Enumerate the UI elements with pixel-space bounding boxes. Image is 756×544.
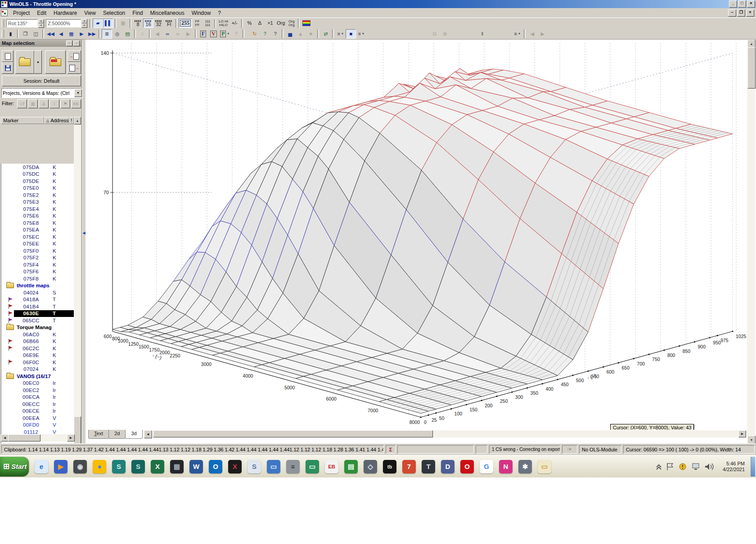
- outlook-icon[interactable]: O: [209, 460, 222, 473]
- new-project-button[interactable]: [2, 50, 14, 62]
- documents-folder-icon[interactable]: ▭: [538, 460, 551, 473]
- start-button[interactable]: ⊞ Start: [0, 457, 29, 477]
- window-split-button[interactable]: ◫: [31, 29, 41, 39]
- sigma-icon[interactable]: Σ: [386, 445, 396, 454]
- nav-prev-button[interactable]: ◀: [56, 29, 66, 39]
- tile-horizontal-button[interactable]: ⊟: [429, 29, 440, 39]
- open-project-button[interactable]: [15, 50, 34, 74]
- map-row[interactable]: 075F8K: [1, 275, 74, 282]
- map-row[interactable]: 075E8K: [1, 219, 74, 227]
- help-button[interactable]: ?: [260, 29, 270, 39]
- map-row[interactable]: 075E3K: [1, 199, 74, 206]
- bits-32-button[interactable]: ▮▮▮▮32: [153, 18, 164, 28]
- original-compare-button[interactable]: OrgOrg: [286, 18, 297, 28]
- signed-toggle-button[interactable]: +/-: [230, 18, 240, 28]
- context-help-button[interactable]: ?: [270, 29, 280, 39]
- zoom-value[interactable]: Z:50000%: [46, 19, 81, 27]
- map-folder-row[interactable]: throttle maps: [1, 282, 74, 290]
- session-button[interactable]: Session: Default: [2, 76, 81, 86]
- eb-tool-icon[interactable]: EB: [325, 460, 338, 473]
- panel-title-bar[interactable]: Map selection ▫ ▫: [0, 40, 81, 47]
- menu-hardware[interactable]: Hardware: [50, 9, 81, 18]
- row-options-button[interactable]: ≡▼: [512, 29, 522, 39]
- connections-button[interactable]: ∴: [137, 29, 148, 39]
- map-row[interactable]: 065CCT: [1, 317, 74, 324]
- chart-hscroll-thumb[interactable]: [153, 430, 433, 437]
- chart-vscrollbar[interactable]: ▲ ▼: [747, 40, 755, 443]
- history-forward-button[interactable]: ▶: [537, 29, 548, 39]
- map-row[interactable]: 075F4K: [1, 261, 74, 268]
- n-app-icon[interactable]: N: [499, 460, 513, 473]
- selection-color-button[interactable]: ■: [346, 29, 356, 39]
- map-3d-view[interactable]: 1407060080010001250150017502000225030004…: [86, 40, 747, 430]
- window-new-button[interactable]: ❐: [20, 29, 31, 39]
- import-file-button[interactable]: →: [68, 50, 81, 62]
- map-row[interactable]: 075F2K: [1, 254, 74, 262]
- map-row[interactable]: 06E9EK: [1, 352, 74, 359]
- tab-scroll-left-icon[interactable]: ◀: [144, 430, 152, 438]
- map-row[interactable]: 07024K: [1, 366, 74, 373]
- byte-order-button[interactable]: LO HIHILO: [217, 18, 230, 28]
- camera-recorder-icon[interactable]: ◉: [73, 460, 87, 473]
- silver-s-app-icon[interactable]: S: [248, 460, 261, 473]
- tab-2d[interactable]: 2d: [108, 430, 126, 439]
- map-folder-row[interactable]: VANOS (16/17: [1, 373, 74, 380]
- map-row[interactable]: 0418AT: [1, 296, 74, 303]
- column-header-address[interactable]: △Address: [44, 117, 69, 124]
- map-row[interactable]: 00EEAV: [1, 415, 74, 422]
- chip-tool-icon[interactable]: ▤: [344, 460, 358, 473]
- chart-scroll-up-icon[interactable]: ▲: [747, 40, 756, 48]
- opera-icon[interactable]: O: [460, 460, 474, 473]
- script-window-button[interactable]: ▤: [122, 29, 133, 39]
- x-editor-icon[interactable]: X: [228, 460, 242, 473]
- rotation-down-icon[interactable]: ▼: [38, 23, 44, 28]
- nav-last-button[interactable]: ▶▶: [87, 29, 97, 39]
- toolbar-grip-2[interactable]: [1, 30, 4, 38]
- show-values-button[interactable]: V: [208, 29, 219, 39]
- map-row[interactable]: 075E0K: [1, 185, 74, 192]
- map-row[interactable]: 06F0CK: [1, 359, 74, 366]
- row-options-dropdown-icon[interactable]: ▼: [518, 31, 521, 36]
- history-back-button[interactable]: ◀: [527, 29, 537, 39]
- calculator-icon[interactable]: ≡: [286, 460, 300, 473]
- tab-3d[interactable]: 3d: [125, 430, 142, 439]
- mdi-minimize-button[interactable]: –: [728, 9, 736, 17]
- stats-wizard-button[interactable]: ▅: [285, 29, 295, 39]
- bits-16-button[interactable]: ▮▮▮▮16: [143, 18, 153, 28]
- map-folder-row[interactable]: Torque Manag: [1, 324, 74, 331]
- rotation-spinner[interactable]: Rot:135° ▲▼: [6, 19, 44, 28]
- map-row[interactable]: 075ECK: [1, 233, 74, 241]
- scroll-left-icon[interactable]: ◀: [1, 434, 9, 441]
- filter-button-1[interactable]: ▥: [28, 99, 38, 108]
- show-factor-button[interactable]: F: [198, 29, 208, 39]
- tile-vertical-button[interactable]: ⊞: [440, 29, 450, 39]
- original-view-button[interactable]: Org: [275, 18, 286, 28]
- open-project-dropdown[interactable]: ▼: [34, 50, 42, 74]
- phone-tool-icon[interactable]: T: [422, 460, 435, 473]
- word-icon[interactable]: W: [189, 460, 203, 473]
- panel-close-icon[interactable]: ▫: [73, 40, 80, 46]
- menu-project[interactable]: Project: [9, 9, 33, 18]
- column-header-flag[interactable]: !: [69, 117, 74, 124]
- hscroll-thumb[interactable]: [8, 434, 40, 441]
- seven-zip-icon[interactable]: 7: [402, 460, 416, 473]
- map-grid-button[interactable]: ▦: [66, 29, 76, 39]
- view-2d-bars-button[interactable]: ▌▌: [103, 18, 113, 28]
- map-row[interactable]: 075DAK: [1, 164, 74, 171]
- tree-list-button[interactable]: ≣: [102, 29, 112, 39]
- import-project-button[interactable]: [45, 50, 66, 74]
- map-row[interactable]: 06AC0K: [1, 331, 74, 338]
- cad-tool-icon[interactable]: ◇: [364, 460, 377, 473]
- map-row[interactable]: 075E6K: [1, 213, 74, 220]
- display-hex-button[interactable]: FFFF: [192, 18, 202, 28]
- menu-help[interactable]: ?: [214, 9, 225, 18]
- export-file-button[interactable]: →: [68, 62, 81, 74]
- map-row[interactable]: 075E4K: [1, 205, 74, 213]
- zoom-down-icon[interactable]: ▼: [81, 23, 87, 28]
- rotation-value[interactable]: Rot:135°: [6, 19, 38, 27]
- chart-scroll-right-icon[interactable]: ▶: [738, 430, 746, 437]
- chrome-icon[interactable]: ●: [93, 460, 106, 473]
- scroll-right-icon[interactable]: ▶: [67, 434, 75, 441]
- map-list-scrollbar[interactable]: ▲ ▼: [74, 117, 81, 472]
- zoom-up-icon[interactable]: ▲: [81, 19, 87, 23]
